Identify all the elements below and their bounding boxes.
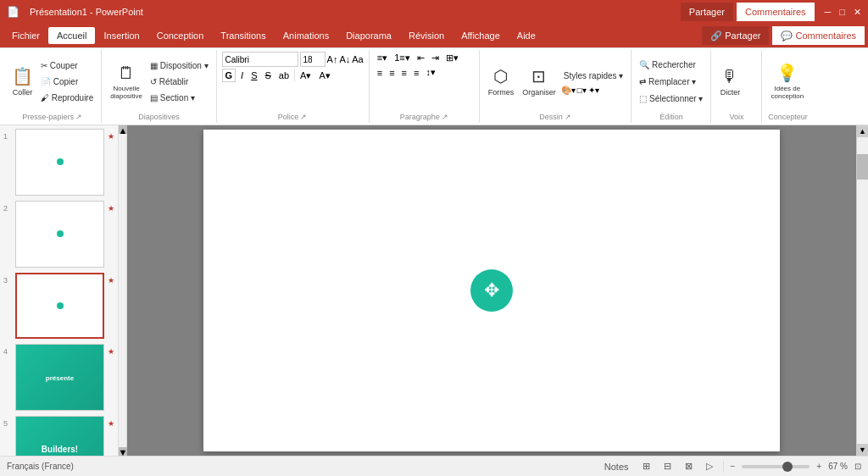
police-expand-icon[interactable]: ↗ [300,113,307,121]
align-right-button[interactable]: ≡ [399,67,409,79]
copier-button[interactable]: 📄 Copier [38,74,96,89]
remplacer-button[interactable]: ⇄ Remplacer ▾ [637,74,705,89]
clear-format-button[interactable]: Aa [352,54,363,64]
canvas-area[interactable]: ✥ [127,125,856,456]
share-button-menu[interactable]: 🔗 Partager [702,26,769,45]
couper-button[interactable]: ✂ Couper [38,58,96,73]
retablir-button[interactable]: ↺ Rétablir [147,74,210,89]
scroll-up-button[interactable]: ▲ [119,125,127,134]
zoom-level[interactable]: 67 % [828,462,848,471]
slide-image-5[interactable]: Builders! [15,416,104,456]
indent-inc-button[interactable]: ⇥ [429,52,442,64]
dicter-button[interactable]: 🎙 Dicter [716,58,743,104]
organiser-button[interactable]: ⊡ Organiser [519,58,559,104]
comments-button-menu[interactable]: 💬 Commentaires [772,26,865,45]
canvas-scrollbar-v[interactable]: ▲ ▼ [856,125,868,456]
slide-panel[interactable]: 1 ★ 2 ★ 3 ★ 4 présente [0,125,119,456]
indent-dec-button[interactable]: ⇤ [415,52,427,64]
maximize-button[interactable]: □ [839,7,845,17]
underline-button[interactable]: S [248,69,259,81]
slide-thumb-5[interactable]: 5 Builders! ★ [3,416,114,456]
section-button[interactable]: ▤ Section ▾ [147,90,210,105]
reading-view-button[interactable]: ⊠ [682,460,696,473]
coller-button[interactable]: 📋 Coller [8,58,36,104]
align-left-button[interactable]: ≡ [375,67,385,79]
slide-image-2[interactable] [15,201,104,268]
scroll-up-canvas[interactable]: ▲ [857,125,869,137]
slide-canvas[interactable]: ✥ [203,130,780,451]
presse-papiers-expand-icon[interactable]: ↗ [75,113,82,121]
menu-affichage[interactable]: Affichage [453,27,509,44]
slide-image-3[interactable] [15,273,104,340]
justify-button[interactable]: ≡ [411,67,421,79]
menu-accueil[interactable]: Accueil [48,27,95,44]
shape-outline-button[interactable]: □▾ [577,86,587,95]
nouvelle-diapositive-button[interactable]: 🗒 Nouvellediapositive [107,58,146,104]
slide-panel-scrollbar[interactable]: ▲ ▼ [119,125,127,456]
menu-transitions[interactable]: Transitions [212,27,274,44]
menu-diaporama[interactable]: Diaporama [337,27,400,44]
slide-sorter-button[interactable]: ⊟ [660,460,675,473]
slide-dot-1 [57,158,64,165]
comments-button[interactable]: Commentaires [737,3,815,21]
slide-image-4[interactable]: présente [15,344,104,411]
paragraphe-expand-icon[interactable]: ↗ [442,113,448,121]
minimize-button[interactable]: ─ [825,7,832,17]
zoom-slider[interactable] [742,465,810,468]
slide-thumb-1[interactable]: 1 ★ [3,129,114,196]
para-row2: ≡ ≡ ≡ ≡ ↕▾ [375,66,474,79]
scroll-down-canvas[interactable]: ▼ [857,444,869,456]
italic-button[interactable]: I [238,69,246,81]
font-name-input[interactable] [222,52,298,67]
paragraphe-label: Paragraphe ↗ [375,111,474,121]
slide-thumb-2[interactable]: 2 ★ [3,201,114,268]
bold-button[interactable]: G [222,69,236,82]
bullets-button[interactable]: ≡▾ [375,52,390,64]
formes-button[interactable]: ⬡ Formes [485,58,518,104]
line-spacing-button[interactable]: ↕▾ [423,66,438,79]
scroll-thumb-canvas[interactable] [857,154,868,180]
disposition-button[interactable]: ▦ Disposition ▾ [147,58,210,73]
language-indicator: Français (France) [7,462,74,471]
police-controls: A↑ A↓ Aa G I S S ab A▾ A▾ [222,52,364,111]
highlight-button[interactable]: A▾ [316,69,332,82]
rechercher-button[interactable]: 🔍 Rechercher [637,57,705,72]
close-button[interactable]: ✕ [854,7,861,18]
increase-font-button[interactable]: A↑ [327,54,338,64]
slide-thumb-4[interactable]: 4 présente ★ [3,344,114,411]
fit-slide-button[interactable]: ⊡ [854,462,861,471]
title-bar-right: Partager Commentaires ─ □ ✕ [681,3,861,21]
styles-rapides-button[interactable]: Styles rapides ▾ [561,68,626,83]
font-size-input[interactable] [300,52,326,67]
slide-thumb-3[interactable]: 3 ★ [3,273,114,340]
slide-image-1[interactable] [15,129,104,196]
shape-fill-button[interactable]: 🎨▾ [561,86,576,95]
columns-button[interactable]: ⊞▾ [443,52,461,64]
shape-effect-button[interactable]: ✦▾ [588,86,599,95]
numbering-button[interactable]: 1≡▾ [392,52,413,64]
notes-button[interactable]: Notes [601,461,632,473]
normal-view-button[interactable]: ⊞ [639,460,654,473]
zoom-in-button[interactable]: + [816,462,821,471]
menu-revision[interactable]: Révision [400,27,453,44]
dessin-expand-icon[interactable]: ↗ [565,113,571,121]
app-title: Présentation1 - PowerPoint [30,7,143,17]
strikethrough-button[interactable]: S [263,69,274,81]
slide-star-3: ★ [108,276,114,285]
scroll-down-button[interactable]: ▼ [119,447,127,456]
selectionner-button[interactable]: ⬚ Sélectionner ▾ [637,91,705,106]
zoom-out-button[interactable]: − [731,462,736,471]
menu-conception[interactable]: Conception [148,27,213,44]
menu-animations[interactable]: Animations [275,27,337,44]
decrease-font-button[interactable]: A↓ [339,54,350,64]
share-button[interactable]: Partager [681,3,733,21]
menu-fichier[interactable]: Fichier [3,27,48,44]
menu-insertion[interactable]: Insertion [95,27,147,44]
subscript-button[interactable]: ab [276,69,292,81]
slideshow-button[interactable]: ▷ [703,460,716,473]
idees-conception-button[interactable]: 💡 Idées deconception [767,58,807,104]
font-color-button[interactable]: A▾ [298,69,314,82]
align-center-button[interactable]: ≡ [387,67,397,79]
menu-aide[interactable]: Aide [509,27,544,44]
reproduire-button[interactable]: 🖌 Reproduire [38,90,96,105]
